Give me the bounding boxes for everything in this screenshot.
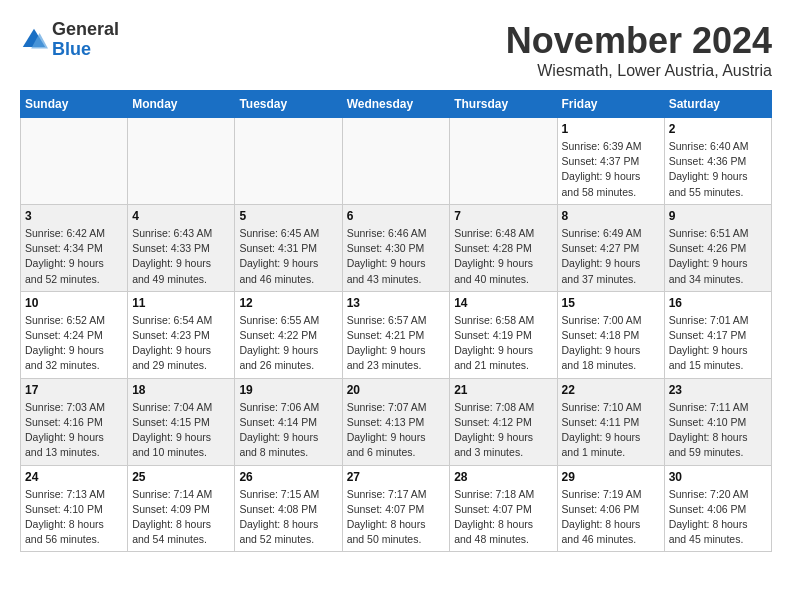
header-cell-friday: Friday	[557, 91, 664, 118]
day-info: Sunrise: 7:18 AM Sunset: 4:07 PM Dayligh…	[454, 487, 552, 548]
day-info: Sunrise: 7:00 AM Sunset: 4:18 PM Dayligh…	[562, 313, 660, 374]
header-cell-saturday: Saturday	[664, 91, 771, 118]
calendar-cell: 8Sunrise: 6:49 AM Sunset: 4:27 PM Daylig…	[557, 204, 664, 291]
logo: General Blue	[20, 20, 119, 60]
month-title: November 2024	[506, 20, 772, 62]
day-info: Sunrise: 7:20 AM Sunset: 4:06 PM Dayligh…	[669, 487, 767, 548]
day-info: Sunrise: 7:14 AM Sunset: 4:09 PM Dayligh…	[132, 487, 230, 548]
calendar-cell: 4Sunrise: 6:43 AM Sunset: 4:33 PM Daylig…	[128, 204, 235, 291]
calendar-week-5: 24Sunrise: 7:13 AM Sunset: 4:10 PM Dayli…	[21, 465, 772, 552]
calendar-cell: 16Sunrise: 7:01 AM Sunset: 4:17 PM Dayli…	[664, 291, 771, 378]
day-info: Sunrise: 6:43 AM Sunset: 4:33 PM Dayligh…	[132, 226, 230, 287]
header-cell-monday: Monday	[128, 91, 235, 118]
calendar-cell: 28Sunrise: 7:18 AM Sunset: 4:07 PM Dayli…	[450, 465, 557, 552]
day-number: 8	[562, 209, 660, 223]
calendar-cell: 26Sunrise: 7:15 AM Sunset: 4:08 PM Dayli…	[235, 465, 342, 552]
logo-general: General	[52, 20, 119, 40]
calendar-cell	[342, 118, 450, 205]
day-number: 11	[132, 296, 230, 310]
header: General Blue November 2024 Wiesmath, Low…	[20, 20, 772, 80]
day-info: Sunrise: 7:07 AM Sunset: 4:13 PM Dayligh…	[347, 400, 446, 461]
day-info: Sunrise: 6:57 AM Sunset: 4:21 PM Dayligh…	[347, 313, 446, 374]
day-info: Sunrise: 6:54 AM Sunset: 4:23 PM Dayligh…	[132, 313, 230, 374]
calendar-cell: 10Sunrise: 6:52 AM Sunset: 4:24 PM Dayli…	[21, 291, 128, 378]
calendar-cell: 24Sunrise: 7:13 AM Sunset: 4:10 PM Dayli…	[21, 465, 128, 552]
day-info: Sunrise: 6:45 AM Sunset: 4:31 PM Dayligh…	[239, 226, 337, 287]
day-number: 16	[669, 296, 767, 310]
day-number: 30	[669, 470, 767, 484]
location-subtitle: Wiesmath, Lower Austria, Austria	[506, 62, 772, 80]
calendar-cell: 3Sunrise: 6:42 AM Sunset: 4:34 PM Daylig…	[21, 204, 128, 291]
day-number: 13	[347, 296, 446, 310]
day-info: Sunrise: 7:13 AM Sunset: 4:10 PM Dayligh…	[25, 487, 123, 548]
day-number: 3	[25, 209, 123, 223]
day-number: 4	[132, 209, 230, 223]
calendar-header: SundayMondayTuesdayWednesdayThursdayFrid…	[21, 91, 772, 118]
calendar-week-2: 3Sunrise: 6:42 AM Sunset: 4:34 PM Daylig…	[21, 204, 772, 291]
day-info: Sunrise: 6:42 AM Sunset: 4:34 PM Dayligh…	[25, 226, 123, 287]
logo-icon	[20, 26, 48, 54]
day-info: Sunrise: 7:15 AM Sunset: 4:08 PM Dayligh…	[239, 487, 337, 548]
calendar-week-3: 10Sunrise: 6:52 AM Sunset: 4:24 PM Dayli…	[21, 291, 772, 378]
day-number: 10	[25, 296, 123, 310]
header-row: SundayMondayTuesdayWednesdayThursdayFrid…	[21, 91, 772, 118]
calendar-cell: 17Sunrise: 7:03 AM Sunset: 4:16 PM Dayli…	[21, 378, 128, 465]
header-cell-wednesday: Wednesday	[342, 91, 450, 118]
calendar-cell: 1Sunrise: 6:39 AM Sunset: 4:37 PM Daylig…	[557, 118, 664, 205]
day-number: 12	[239, 296, 337, 310]
calendar-cell: 11Sunrise: 6:54 AM Sunset: 4:23 PM Dayli…	[128, 291, 235, 378]
calendar-cell: 22Sunrise: 7:10 AM Sunset: 4:11 PM Dayli…	[557, 378, 664, 465]
day-number: 22	[562, 383, 660, 397]
calendar-cell: 9Sunrise: 6:51 AM Sunset: 4:26 PM Daylig…	[664, 204, 771, 291]
day-number: 14	[454, 296, 552, 310]
calendar-cell: 5Sunrise: 6:45 AM Sunset: 4:31 PM Daylig…	[235, 204, 342, 291]
day-info: Sunrise: 7:01 AM Sunset: 4:17 PM Dayligh…	[669, 313, 767, 374]
calendar-week-4: 17Sunrise: 7:03 AM Sunset: 4:16 PM Dayli…	[21, 378, 772, 465]
day-info: Sunrise: 6:58 AM Sunset: 4:19 PM Dayligh…	[454, 313, 552, 374]
day-info: Sunrise: 6:46 AM Sunset: 4:30 PM Dayligh…	[347, 226, 446, 287]
day-info: Sunrise: 6:48 AM Sunset: 4:28 PM Dayligh…	[454, 226, 552, 287]
day-info: Sunrise: 7:17 AM Sunset: 4:07 PM Dayligh…	[347, 487, 446, 548]
logo-text: General Blue	[52, 20, 119, 60]
day-info: Sunrise: 7:10 AM Sunset: 4:11 PM Dayligh…	[562, 400, 660, 461]
calendar-cell: 21Sunrise: 7:08 AM Sunset: 4:12 PM Dayli…	[450, 378, 557, 465]
day-info: Sunrise: 7:08 AM Sunset: 4:12 PM Dayligh…	[454, 400, 552, 461]
day-number: 28	[454, 470, 552, 484]
day-info: Sunrise: 7:06 AM Sunset: 4:14 PM Dayligh…	[239, 400, 337, 461]
day-number: 18	[132, 383, 230, 397]
header-cell-sunday: Sunday	[21, 91, 128, 118]
day-number: 26	[239, 470, 337, 484]
calendar-cell: 12Sunrise: 6:55 AM Sunset: 4:22 PM Dayli…	[235, 291, 342, 378]
day-number: 2	[669, 122, 767, 136]
calendar-cell	[450, 118, 557, 205]
day-info: Sunrise: 6:51 AM Sunset: 4:26 PM Dayligh…	[669, 226, 767, 287]
day-number: 19	[239, 383, 337, 397]
header-cell-tuesday: Tuesday	[235, 91, 342, 118]
calendar-cell: 23Sunrise: 7:11 AM Sunset: 4:10 PM Dayli…	[664, 378, 771, 465]
calendar-body: 1Sunrise: 6:39 AM Sunset: 4:37 PM Daylig…	[21, 118, 772, 552]
calendar-week-1: 1Sunrise: 6:39 AM Sunset: 4:37 PM Daylig…	[21, 118, 772, 205]
calendar-cell: 27Sunrise: 7:17 AM Sunset: 4:07 PM Dayli…	[342, 465, 450, 552]
day-number: 17	[25, 383, 123, 397]
title-area: November 2024 Wiesmath, Lower Austria, A…	[506, 20, 772, 80]
day-number: 23	[669, 383, 767, 397]
day-info: Sunrise: 7:04 AM Sunset: 4:15 PM Dayligh…	[132, 400, 230, 461]
day-number: 27	[347, 470, 446, 484]
day-number: 5	[239, 209, 337, 223]
calendar-cell: 30Sunrise: 7:20 AM Sunset: 4:06 PM Dayli…	[664, 465, 771, 552]
calendar-cell: 7Sunrise: 6:48 AM Sunset: 4:28 PM Daylig…	[450, 204, 557, 291]
calendar-cell: 29Sunrise: 7:19 AM Sunset: 4:06 PM Dayli…	[557, 465, 664, 552]
calendar-cell: 14Sunrise: 6:58 AM Sunset: 4:19 PM Dayli…	[450, 291, 557, 378]
day-info: Sunrise: 6:55 AM Sunset: 4:22 PM Dayligh…	[239, 313, 337, 374]
day-number: 7	[454, 209, 552, 223]
calendar-cell	[128, 118, 235, 205]
day-info: Sunrise: 7:19 AM Sunset: 4:06 PM Dayligh…	[562, 487, 660, 548]
calendar-cell: 18Sunrise: 7:04 AM Sunset: 4:15 PM Dayli…	[128, 378, 235, 465]
day-number: 20	[347, 383, 446, 397]
day-info: Sunrise: 7:11 AM Sunset: 4:10 PM Dayligh…	[669, 400, 767, 461]
calendar-cell: 25Sunrise: 7:14 AM Sunset: 4:09 PM Dayli…	[128, 465, 235, 552]
calendar-cell: 20Sunrise: 7:07 AM Sunset: 4:13 PM Dayli…	[342, 378, 450, 465]
day-number: 1	[562, 122, 660, 136]
day-info: Sunrise: 6:40 AM Sunset: 4:36 PM Dayligh…	[669, 139, 767, 200]
calendar-cell: 19Sunrise: 7:06 AM Sunset: 4:14 PM Dayli…	[235, 378, 342, 465]
